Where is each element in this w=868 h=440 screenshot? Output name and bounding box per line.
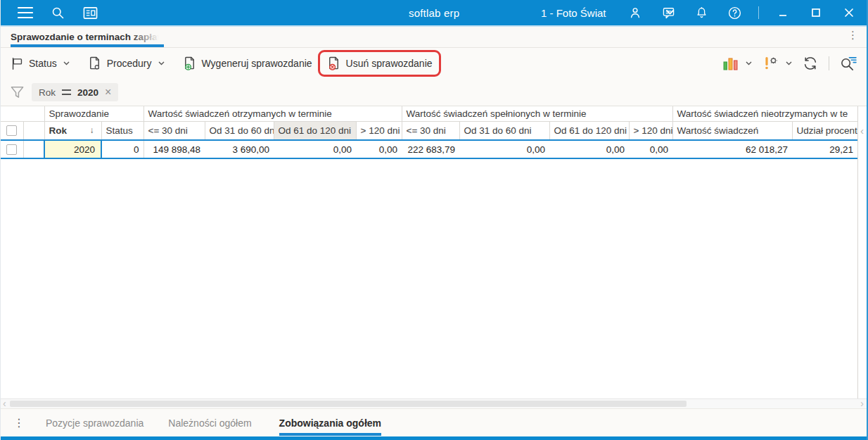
- column-g2-31-60[interactable]: Od 31 do 60 dni: [459, 121, 549, 140]
- close-button[interactable]: [840, 4, 858, 22]
- cell-rok[interactable]: 2020: [44, 140, 101, 158]
- exclamation-gear-icon: [761, 56, 779, 71]
- minimize-button[interactable]: [774, 4, 792, 22]
- chat-icon[interactable]: [659, 4, 677, 22]
- filter-chip-rok[interactable]: Rok 2020 ×: [32, 83, 118, 101]
- search-icon[interactable]: [49, 4, 67, 22]
- select-all-header: [1, 121, 23, 140]
- column-rok-label: Rok: [49, 125, 68, 136]
- side-panel-strip: ‹: [857, 106, 867, 398]
- equals-icon: [62, 89, 71, 95]
- scroll-left-arrow[interactable]: ‹: [3, 398, 6, 408]
- row-indicator-header: [23, 121, 44, 140]
- bottom-tabs-menu-icon[interactable]: ⋮: [13, 417, 25, 429]
- tab-label: Zobowiązania ogółem: [279, 417, 381, 429]
- column-g1-30[interactable]: <= 30 dni: [143, 121, 205, 140]
- journal-icon[interactable]: [81, 4, 99, 22]
- scroll-right-arrow[interactable]: ›: [860, 398, 864, 408]
- funnel-filter-icon[interactable]: [10, 85, 25, 99]
- procedures-label: Procedury: [107, 58, 152, 69]
- procedures-button[interactable]: Procedury: [87, 56, 165, 71]
- sort-desc-icon: ↓: [90, 125, 98, 135]
- titlebar-right-icons: [626, 4, 858, 22]
- group-header-otrzymane: Wartość świadczeń otrzymanych w terminie: [143, 106, 402, 121]
- cell-g2-31-60[interactable]: 0,00: [459, 140, 549, 158]
- titlebar-left-icons: [1, 4, 99, 22]
- group-header-nieotrzymane: Wartość świadczeń nieotrzymanych w te: [672, 106, 857, 121]
- cell-g1-31-60[interactable]: 3 690,00: [205, 140, 274, 158]
- select-all-checkbox[interactable]: [6, 125, 17, 136]
- column-g1-31-60[interactable]: Od 31 do 60 dni: [205, 121, 274, 140]
- tab-naleznosci-ogolem[interactable]: Należności ogółem: [168, 409, 251, 436]
- generate-report-label: Wygeneruj sprawozdanie: [202, 58, 312, 69]
- cell-g2-120plus[interactable]: 0,00: [629, 140, 672, 158]
- cell-g2-61-120[interactable]: 0,00: [549, 140, 629, 158]
- column-udzial[interactable]: Udział procentowy: [792, 121, 857, 140]
- cell-g1-61-120[interactable]: 0,00: [274, 140, 356, 158]
- row-checkbox[interactable]: [6, 144, 17, 155]
- chip-close-icon[interactable]: ×: [105, 87, 111, 98]
- tab-title-fade: [130, 27, 164, 44]
- document-remove-icon: [326, 56, 341, 71]
- generate-report-button[interactable]: Wygeneruj sprawozdanie: [182, 56, 312, 71]
- horizontal-scrollbar[interactable]: ‹ ›: [1, 398, 867, 408]
- delete-report-button[interactable]: Usuń sprawozdanie: [326, 56, 433, 71]
- column-rok[interactable]: Rok↓: [44, 121, 101, 140]
- toolbar-divider: [829, 56, 829, 70]
- delete-report-label: Usuń sprawozdanie: [346, 58, 433, 69]
- bell-icon[interactable]: [692, 4, 710, 22]
- company-selector[interactable]: 1 - Foto Świat: [541, 7, 606, 19]
- report-table: Sprawozdanie Wartość świadczeń otrzymany…: [1, 106, 857, 159]
- tab-pozycje-sprawozdania[interactable]: Pozycje sprawozdania: [46, 409, 143, 436]
- column-g1-61-120[interactable]: Od 61 do 120 dni: [274, 121, 356, 140]
- cell-status[interactable]: 0: [101, 140, 143, 158]
- grid-panel: Sprawozdanie Wartość świadczeń otrzymany…: [1, 106, 857, 398]
- toolbar-right: [722, 54, 867, 73]
- cell-g1-120plus[interactable]: 0,00: [356, 140, 402, 158]
- column-g2-120plus[interactable]: > 120 dni: [629, 121, 672, 140]
- group-header-spelnione: Wartość świadczeń spełnionych w terminie: [402, 106, 672, 121]
- column-wartosc[interactable]: Wartość świadczeń: [672, 121, 792, 140]
- bar-chart-icon: [722, 56, 739, 71]
- scrollbar-thumb[interactable]: [10, 401, 687, 407]
- hamburger-menu-icon[interactable]: [16, 4, 34, 22]
- tab-sprawozdanie[interactable]: Sprawozdanie o terminach zapłaty: [11, 27, 164, 47]
- column-g1-120plus[interactable]: > 120 dni: [356, 121, 402, 140]
- tab-overflow-menu-icon[interactable]: ⋮: [848, 30, 858, 40]
- cell-udzial[interactable]: 29,21: [792, 140, 857, 158]
- active-tab-underline: [11, 44, 164, 47]
- active-bottom-tab-underline: [279, 433, 381, 436]
- row-indicator-cell: [23, 140, 44, 158]
- cell-g1-30[interactable]: 149 898,48: [143, 140, 205, 158]
- refresh-icon[interactable]: [801, 54, 819, 73]
- group-header-row: Sprawozdanie Wartość świadczeń otrzymany…: [1, 106, 857, 121]
- filter-field: Rok: [39, 87, 56, 98]
- toolbar: Status Procedury Wygeneruj sprawozdanie: [1, 48, 867, 79]
- app-title: softlab erp: [409, 7, 459, 19]
- titlebar: softlab erp 1 - Foto Świat: [1, 0, 867, 27]
- chart-view-button[interactable]: [722, 56, 752, 71]
- cell-g2-30[interactable]: 222 683,79: [402, 140, 459, 158]
- grid-area: Sprawozdanie Wartość świadczeń otrzymany…: [1, 106, 867, 398]
- column-g2-30[interactable]: <= 30 dni: [402, 121, 459, 140]
- column-status[interactable]: Status: [101, 121, 143, 140]
- app-window: softlab erp 1 - Foto Świat: [0, 0, 868, 440]
- status-button[interactable]: Status: [10, 56, 70, 70]
- cell-wartosc[interactable]: 62 018,27: [672, 140, 792, 158]
- row-checkbox-cell: [1, 140, 23, 158]
- help-icon[interactable]: [725, 4, 743, 22]
- chevron-down-icon: [158, 61, 165, 65]
- group-header-sprawozdanie: Sprawozdanie: [44, 106, 143, 121]
- alerts-settings-button[interactable]: [761, 56, 792, 71]
- user-icon[interactable]: [626, 4, 644, 22]
- panel-collapse-icon[interactable]: ‹: [860, 125, 864, 137]
- column-g2-61-120[interactable]: Od 61 do 120 dni: [549, 121, 629, 140]
- search-filter-icon[interactable]: [838, 54, 857, 73]
- maximize-button[interactable]: [807, 4, 825, 22]
- filter-bar: Rok 2020 ×: [1, 79, 867, 106]
- titlebar-divider: [758, 6, 759, 19]
- document-gear-icon: [87, 56, 102, 71]
- tab-zobowiazania-ogolem[interactable]: Zobowiązania ogółem: [279, 409, 381, 436]
- status-label: Status: [29, 58, 57, 69]
- chevron-down-icon: [746, 61, 752, 65]
